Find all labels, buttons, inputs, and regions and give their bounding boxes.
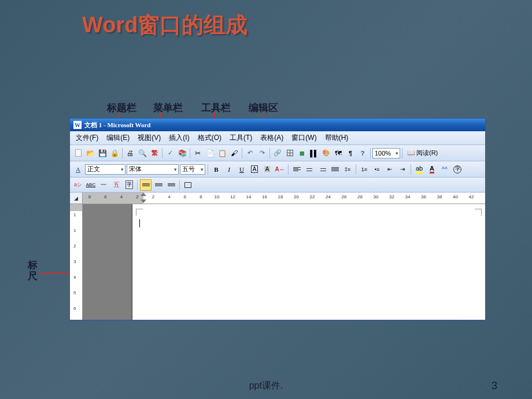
ruler-tick: 16 bbox=[262, 194, 267, 200]
save-button[interactable]: 💾 bbox=[97, 147, 108, 159]
xls-button[interactable]: ▦ bbox=[296, 147, 308, 159]
vruler-tick: 6 bbox=[73, 306, 76, 311]
print-button[interactable]: 🖨 bbox=[124, 147, 136, 159]
vruler-tick: 2 bbox=[73, 243, 76, 249]
label-titlebar: 标题栏 bbox=[107, 101, 136, 114]
styles-pane-button[interactable]: A bbox=[72, 164, 84, 175]
zoom-select[interactable]: 100% bbox=[372, 148, 400, 158]
undo-button[interactable]: ↶ bbox=[244, 147, 256, 159]
layout-btn-3[interactable] bbox=[165, 179, 177, 191]
horizontal-ruler[interactable]: 8642246810121416182022242628303234363840… bbox=[83, 193, 485, 204]
wubi-button[interactable]: 五 bbox=[110, 179, 122, 191]
menu-window[interactable]: 窗口(W) bbox=[288, 132, 320, 144]
help-icon-button[interactable]: ? bbox=[357, 147, 368, 159]
font-select[interactable]: 宋体 bbox=[127, 164, 179, 175]
ruler-tick: 2 bbox=[136, 194, 138, 200]
label-ruler: 标 尺 bbox=[28, 260, 38, 282]
slide-footer: ppt课件. bbox=[0, 380, 532, 392]
show-marks-button[interactable]: ¶ bbox=[345, 147, 356, 159]
ruler-tick: 6 bbox=[104, 194, 106, 200]
char-border-button[interactable]: A bbox=[249, 164, 260, 175]
style-select[interactable]: 正文 bbox=[85, 164, 125, 175]
spellcheck-button[interactable]: ✓ bbox=[164, 147, 176, 159]
format-painter-button[interactable]: 🖌 bbox=[228, 147, 240, 159]
menu-tools[interactable]: 工具(T) bbox=[226, 132, 256, 144]
vruler-tick: 1 bbox=[73, 212, 76, 217]
outdent-button[interactable]: ⇤ bbox=[384, 164, 396, 175]
ruler-tick: 10 bbox=[215, 194, 220, 200]
cut-button[interactable]: ✂ bbox=[192, 147, 204, 159]
research-button[interactable]: 📚 bbox=[176, 147, 188, 159]
underline-button[interactable]: U bbox=[236, 164, 247, 175]
menu-view[interactable]: 视图(V) bbox=[134, 132, 164, 144]
titlebar-text: 文档 1 - Microsoft Word bbox=[84, 121, 150, 130]
menu-file[interactable]: 文件(F) bbox=[72, 132, 102, 144]
highlight-button[interactable]: ab bbox=[413, 164, 425, 175]
document-area: 1123456 bbox=[70, 204, 485, 320]
border-grid-button[interactable] bbox=[182, 179, 194, 191]
align-left-button[interactable] bbox=[291, 164, 302, 175]
numbering-button[interactable]: 1≡ bbox=[359, 164, 370, 175]
layout-btn-2[interactable] bbox=[153, 179, 164, 191]
spellcheck-abc-button[interactable]: ABC bbox=[85, 179, 97, 191]
menu-insert[interactable]: 插入(I) bbox=[165, 132, 193, 144]
bullets-button[interactable]: •≡ bbox=[371, 164, 383, 175]
paste-button[interactable]: 📋 bbox=[216, 147, 228, 159]
menu-table[interactable]: 表格(A) bbox=[257, 132, 287, 144]
copy-button[interactable]: 📄 bbox=[204, 147, 216, 159]
read-mode-button[interactable]: 📖阅读(R) bbox=[404, 147, 441, 159]
label-menubar: 菜单栏 bbox=[153, 101, 183, 114]
align-right-button[interactable] bbox=[316, 164, 328, 175]
open-button[interactable]: 📂 bbox=[84, 147, 96, 159]
line-spacing-button[interactable]: ‡≡ bbox=[342, 164, 353, 175]
ruler-tick: 36 bbox=[421, 194, 426, 200]
permission-button[interactable]: 🔒 bbox=[109, 147, 120, 159]
ruler-tick: 40 bbox=[453, 194, 458, 200]
extra-toolbar: aシ ABC 〰 五 字 bbox=[70, 178, 485, 193]
italic-button[interactable]: I bbox=[223, 164, 235, 175]
preview-button[interactable]: 🔍 bbox=[136, 147, 148, 159]
size-select[interactable]: 五号 bbox=[180, 164, 205, 175]
ruler-corner[interactable]: ◢ bbox=[70, 193, 83, 204]
new-doc-button[interactable] bbox=[72, 147, 84, 159]
font-color-button[interactable]: A bbox=[426, 164, 438, 175]
align-center-button[interactable] bbox=[304, 164, 315, 175]
asian-layout-button[interactable]: ᴬᴬ bbox=[439, 164, 450, 175]
titlebar[interactable]: W 文档 1 - Microsoft Word bbox=[70, 119, 485, 131]
char-shading-button[interactable]: A bbox=[261, 164, 273, 175]
columns-button[interactable]: ▌▌ bbox=[308, 147, 320, 159]
ruler-tick: 4 bbox=[168, 194, 170, 200]
text-cursor bbox=[139, 219, 140, 227]
word-window: W 文档 1 - Microsoft Word 文件(F) 编辑(E) 视图(V… bbox=[69, 118, 486, 320]
horizontal-ruler-area: ◢ 86422468101214161820222426283032343638… bbox=[70, 193, 485, 204]
edit-area[interactable] bbox=[132, 204, 485, 320]
hyperlink-button[interactable]: 🔗 bbox=[272, 147, 283, 159]
standard-toolbar: 📂 💾 🔒 🖨 🔍 繁 ✓ 📚 ✂ 📄 📋 🖌 ↶ ↷ 🔗 ▦ ▌▌ 🎨 🗺 ¶… bbox=[70, 145, 485, 161]
ruler-tick: 32 bbox=[389, 194, 394, 200]
layout-btn-1[interactable] bbox=[140, 179, 152, 191]
fanjian-button[interactable]: 繁 bbox=[149, 147, 160, 159]
ruler-tick: 38 bbox=[437, 194, 442, 200]
vertical-ruler[interactable]: 1123456 bbox=[70, 204, 83, 320]
wave-underline-button[interactable]: 〰 bbox=[98, 179, 109, 191]
doc-map-button[interactable]: 🗺 bbox=[332, 147, 344, 159]
enclose-char-button[interactable]: 字 bbox=[452, 164, 463, 175]
indent-button[interactable]: ⇥ bbox=[397, 164, 408, 175]
phonetic-guide-button[interactable]: aシ bbox=[72, 179, 84, 191]
align-justify-button[interactable] bbox=[329, 164, 341, 175]
combine-char-button[interactable]: 字 bbox=[123, 179, 135, 191]
menu-edit[interactable]: 编辑(E) bbox=[103, 132, 133, 144]
char-scale-button[interactable]: A↔ bbox=[274, 164, 286, 175]
menubar: 文件(F) 编辑(E) 视图(V) 插入(I) 格式(O) 工具(T) 表格(A… bbox=[70, 131, 485, 145]
bold-button[interactable]: B bbox=[210, 164, 222, 175]
drawing-toggle-button[interactable]: 🎨 bbox=[320, 147, 332, 159]
vruler-tick: 3 bbox=[73, 259, 76, 264]
ruler-tick: 2 bbox=[152, 194, 154, 200]
formatting-toolbar: A 正文 宋体 五号 B I U A A A↔ ‡≡ 1≡ •≡ ⇤ ⇥ ab … bbox=[70, 161, 485, 178]
ruler-tick: 8 bbox=[88, 194, 91, 200]
menu-help[interactable]: 帮助(H) bbox=[322, 132, 352, 144]
doc-margin-gray bbox=[83, 204, 132, 320]
redo-button[interactable]: ↷ bbox=[256, 147, 268, 159]
menu-format[interactable]: 格式(O) bbox=[194, 132, 225, 144]
table-grid-button[interactable] bbox=[284, 147, 295, 159]
